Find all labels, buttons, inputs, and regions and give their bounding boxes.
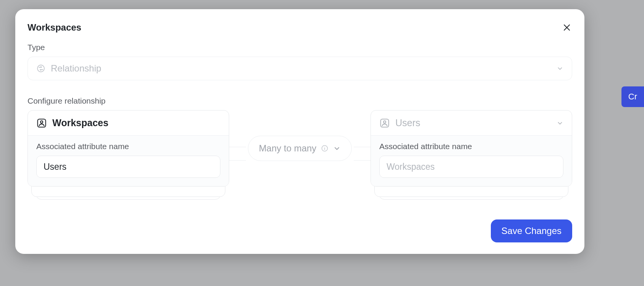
entity-icon bbox=[379, 118, 390, 128]
type-label: Type bbox=[28, 43, 572, 52]
right-entity-stack: Users Associated attribute name bbox=[371, 110, 572, 187]
cardinality-select[interactable]: Many to many bbox=[248, 136, 352, 161]
svg-point-7 bbox=[325, 147, 325, 147]
save-button[interactable]: Save Changes bbox=[491, 219, 572, 242]
background-create-button: Cr bbox=[621, 86, 644, 107]
right-entity-name: Users bbox=[395, 117, 420, 128]
close-icon bbox=[563, 24, 571, 31]
left-assoc-input[interactable] bbox=[36, 156, 220, 178]
right-assoc-label: Associated attribute name bbox=[379, 142, 563, 151]
info-icon bbox=[321, 145, 328, 152]
modal-title: Workspaces bbox=[28, 22, 81, 33]
configure-label: Configure relationship bbox=[28, 96, 572, 106]
modal-footer: Save Changes bbox=[28, 219, 572, 242]
chevron-down-icon bbox=[557, 65, 563, 72]
relationship-config-row: Workspaces Associated attribute name Man… bbox=[28, 110, 572, 187]
svg-point-4 bbox=[40, 121, 43, 123]
left-entity-stack: Workspaces Associated attribute name bbox=[28, 110, 229, 187]
left-entity-name: Workspaces bbox=[52, 117, 108, 128]
right-entity-select[interactable]: Users bbox=[371, 110, 572, 136]
entity-icon bbox=[36, 118, 47, 128]
close-button[interactable] bbox=[561, 22, 572, 33]
left-entity-header: Workspaces bbox=[28, 110, 229, 136]
cardinality-column: Many to many bbox=[229, 110, 371, 187]
type-select-value: Relationship bbox=[51, 63, 101, 74]
right-assoc-input[interactable] bbox=[379, 156, 563, 178]
relationship-icon bbox=[36, 64, 45, 73]
svg-point-2 bbox=[37, 65, 44, 72]
left-entity-body: Associated attribute name bbox=[28, 136, 229, 186]
modal: Workspaces Type Relationship Configure r… bbox=[15, 9, 584, 254]
left-entity-card: Workspaces Associated attribute name bbox=[28, 110, 229, 187]
cardinality-label: Many to many bbox=[259, 143, 317, 154]
right-entity-body: Associated attribute name bbox=[371, 136, 572, 186]
left-assoc-label: Associated attribute name bbox=[36, 142, 220, 151]
right-entity-card: Users Associated attribute name bbox=[371, 110, 572, 187]
modal-header: Workspaces bbox=[28, 22, 572, 33]
chevron-down-icon bbox=[557, 120, 563, 127]
svg-point-9 bbox=[383, 121, 386, 123]
chevron-down-icon bbox=[333, 145, 341, 152]
type-select[interactable]: Relationship bbox=[28, 57, 572, 80]
